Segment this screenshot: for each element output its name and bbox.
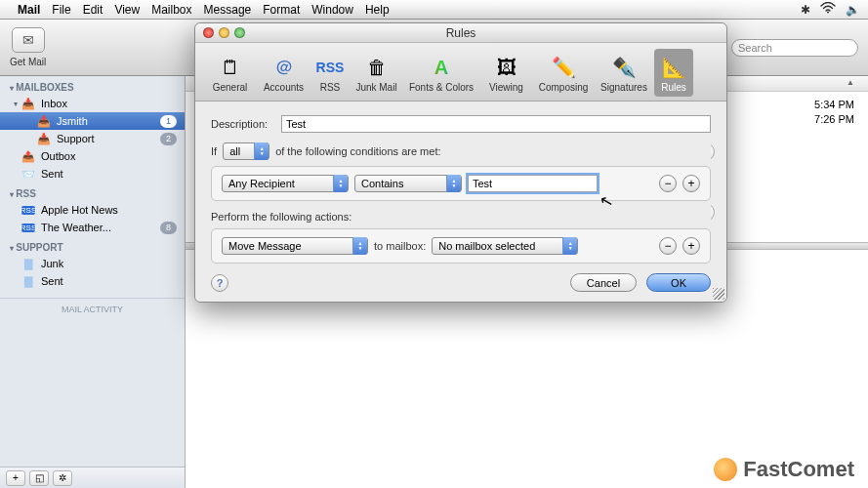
show-activity-button[interactable]: ◱ [29,470,49,486]
inbox-icon: 📥 [21,98,35,110]
dialog-titlebar[interactable]: Rules [195,23,726,43]
viewing-icon: 🖼 [492,53,521,82]
condition-op-select[interactable]: Contains ▲▼ [354,175,462,192]
sidebar-item-support[interactable]: 📥 Support 2 [0,130,185,147]
prefs-tab-rss[interactable]: RSSRSS [310,49,350,97]
menu-message[interactable]: Message [204,3,252,17]
prefs-tab-fonts-colors[interactable]: AFonts & Colors [403,49,479,97]
folder-icon: ▇ [21,258,35,270]
sidebar-footer: + ◱ ✲ [0,467,185,488]
watermark: FastComet [714,457,854,482]
condition-field-select[interactable]: Any Recipient ▲▼ [222,175,349,192]
rss-icon: RSS [21,206,35,215]
menu-format[interactable]: Format [263,3,300,17]
sidebar-heading-mailboxes[interactable]: MAILBOXES [0,76,185,95]
rules-sheet: Edit Remove Description: If all ▲▼ of th… [195,102,726,302]
action-type-select[interactable]: Move Message ▲▼ [222,237,368,255]
sidebar-item-sent-folder[interactable]: ▇ Sent [0,272,185,290]
menu-view[interactable]: View [114,3,140,17]
if-suffix-label: of the following conditions are met: [275,145,440,157]
prefs-tab-rules[interactable]: 📐Rules [654,49,693,97]
get-mail-button[interactable]: ✉︎ Get Mail [10,27,46,67]
sidebar-item-inbox[interactable]: 📥 Inbox [0,95,185,112]
general-icon: 🗒 [216,53,245,82]
sidebar-item-junk[interactable]: ▇ Junk [0,255,185,272]
comet-icon [714,458,737,481]
inbox-icon: 📥 [37,133,51,145]
select-arrows-icon: ▲▼ [254,142,269,160]
watermark-text: FastComet [743,457,854,482]
composing-icon: ✏️ [549,53,578,82]
menu-help[interactable]: Help [365,3,390,17]
bluetooth-icon[interactable]: ✱ [801,3,810,17]
actions-heading: Perform the following actions: [211,211,711,223]
menu-edit[interactable]: Edit [83,3,103,17]
sidebar-item-apple-hot-news[interactable]: RSS Apple Hot News [0,201,185,219]
get-mail-label: Get Mail [10,57,46,67]
message-time[interactable]: 7:26 PM [814,112,854,127]
inbox-icon: 📥 [37,115,51,128]
sent-icon: 📨 [21,168,35,181]
prefs-tab-signatures[interactable]: ✒️Signatures [594,49,654,97]
sidebar-item-outbox[interactable]: 📤 Outbox [0,147,185,165]
select-arrows-icon: ▲▼ [352,237,367,255]
prefs-tab-composing[interactable]: ✏️Composing [533,49,594,97]
rules-preferences-window: Rules 🗒General ＠Accounts RSSRSS 🗑Junk Ma… [194,22,727,303]
prefs-tab-viewing[interactable]: 🖼Viewing [479,49,533,97]
rss-icon: RSS [315,53,345,82]
select-arrows-icon: ▲▼ [446,175,461,192]
prefs-tab-general[interactable]: 🗒General [203,49,257,97]
sidebar: MAILBOXES 📥 Inbox 📥 Jsmith 1 📥 Support 2… [0,76,186,488]
mail-activity-heading: MAIL ACTIVITY [0,298,185,320]
if-mode-select[interactable]: all ▲▼ [223,142,269,160]
action-target-select[interactable]: No mailbox selected ▲▼ [432,237,578,255]
help-button[interactable]: ? [211,274,228,292]
junk-icon: 🗑 [362,53,392,82]
message-times: 5:34 PM 7:26 PM [814,98,854,127]
search-field[interactable]: Search [731,39,858,57]
app-menu[interactable]: Mail [18,3,40,17]
unread-badge: 2 [160,133,177,145]
prefs-toolbar: 🗒General ＠Accounts RSSRSS 🗑Junk Mail AFo… [195,43,726,102]
remove-action-button[interactable]: − [659,237,677,255]
add-button[interactable]: + [6,470,25,486]
wifi-icon[interactable] [820,2,836,17]
unread-badge: 1 [160,115,177,128]
sort-arrow-icon: ▲ [847,78,854,87]
select-arrows-icon: ▲▼ [333,175,348,192]
message-time[interactable]: 5:34 PM [814,98,854,112]
description-input[interactable] [281,115,711,133]
menu-file[interactable]: File [52,3,70,17]
sidebar-item-jsmith[interactable]: 📥 Jsmith 1 [0,112,185,130]
volume-icon[interactable]: 🔈 [846,3,860,17]
svg-point-0 [827,12,829,14]
sidebar-item-sent[interactable]: 📨 Sent [0,165,185,183]
prefs-tab-accounts[interactable]: ＠Accounts [257,49,310,97]
add-action-button[interactable]: + [682,237,700,255]
rss-icon: RSS [21,224,35,232]
resize-grip[interactable] [713,288,724,300]
folder-icon: ▇ [21,275,35,288]
rules-icon: 📐 [659,53,688,82]
prefs-tab-junk-mail[interactable]: 🗑Junk Mail [350,49,403,97]
menu-mailbox[interactable]: Mailbox [151,3,191,17]
action-row: Move Message ▲▼ to mailbox: No mailbox s… [211,228,711,264]
sidebar-heading-rss[interactable]: RSS [0,183,185,201]
dialog-title: Rules [195,26,726,40]
sidebar-item-weather[interactable]: RSS The Weather... 8 [0,219,185,236]
cancel-button[interactable]: Cancel [570,273,637,292]
sidebar-heading-support[interactable]: SUPPORT [0,236,185,255]
if-label: If [211,145,217,157]
signatures-icon: ✒️ [609,53,639,82]
condition-row: Any Recipient ▲▼ Contains ▲▼ − + [211,166,711,201]
add-condition-button[interactable]: + [682,175,700,192]
action-menu-button[interactable]: ✲ [53,470,72,486]
select-arrows-icon: ▲▼ [562,237,577,255]
menu-window[interactable]: Window [311,3,353,17]
fonts-icon: A [427,53,456,82]
action-to-label: to mailbox: [374,240,426,252]
envelope-icon: ✉︎ [22,32,34,48]
remove-condition-button[interactable]: − [659,175,677,192]
ok-button[interactable]: OK [646,273,711,292]
condition-value-input[interactable] [468,175,598,192]
